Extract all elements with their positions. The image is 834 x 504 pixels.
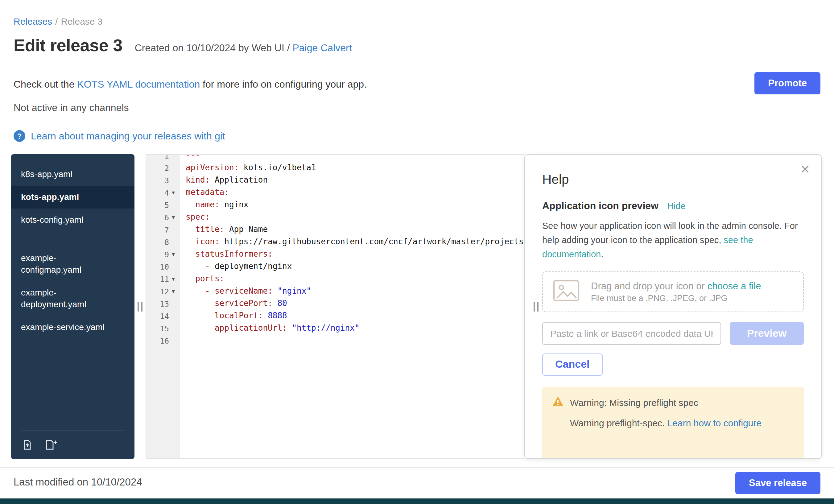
dropzone-line1-text: Drag and drop your icon or: [591, 281, 707, 291]
fold-caret-icon[interactable]: ▼: [169, 214, 179, 220]
file-tree-item-k8s-app.yaml[interactable]: k8s-app.yaml: [11, 163, 134, 186]
code-line-16[interactable]: [186, 334, 524, 347]
code-line-4[interactable]: metadata:: [186, 186, 524, 199]
doc-hint: Check out the KOTS YAML documentation fo…: [14, 79, 367, 90]
code-line-15[interactable]: applicationUrl: "http://nginx": [186, 322, 524, 334]
gutter-line-6[interactable]: 6▼: [146, 211, 179, 223]
gutter-line-16: 16: [146, 334, 179, 347]
warning-detail: Warning preflight-spec. Learn how to con…: [570, 418, 794, 428]
sidebar-resize-handle[interactable]: [137, 302, 142, 311]
gutter-line-7: 7: [146, 223, 179, 236]
gutter-line-2: 2: [146, 162, 179, 174]
dropzone-line1: Drag and drop your icon or choose a file: [591, 281, 761, 292]
gutter-line-12[interactable]: 12▼: [146, 285, 179, 297]
new-file-icon[interactable]: [44, 439, 58, 451]
gutter-line-5: 5: [146, 199, 179, 211]
icon-url-input[interactable]: [542, 322, 721, 345]
author-link[interactable]: Paige Calvert: [292, 43, 352, 53]
image-placeholder-icon: [553, 280, 580, 304]
code-line-7[interactable]: title: App Name: [186, 223, 524, 236]
gutter-line-1: 1: [146, 155, 179, 162]
gutter-line-8: 8: [146, 236, 179, 248]
code-line-8[interactable]: icon: https://raw.githubusercontent.com/…: [186, 236, 524, 248]
fold-caret-icon[interactable]: ▼: [169, 276, 179, 282]
breadcrumb-current: Release 3: [61, 16, 103, 26]
help-panel-resize-handle[interactable]: [533, 302, 539, 311]
fold-caret-icon[interactable]: ▼: [169, 288, 179, 294]
yaml-editor[interactable]: 1234▼56▼789▼1011▼12▼13141516 ---apiVersi…: [146, 154, 524, 459]
git-releases-link[interactable]: Learn about managing your releases with …: [31, 130, 225, 141]
import-file-icon[interactable]: [21, 439, 33, 451]
code-line-12[interactable]: - serviceName: "nginx": [186, 285, 524, 297]
sidebar-footer: [21, 431, 125, 459]
code-line-11[interactable]: ports:: [186, 273, 524, 285]
gutter-line-10: 10: [146, 260, 179, 273]
dropzone-text: Drag and drop your icon or choose a file…: [591, 281, 761, 303]
preview-button[interactable]: Preview: [730, 322, 804, 345]
description-period: .: [601, 249, 603, 259]
dropzone-line2: File must be a .PNG, .JPEG, or .JPG: [591, 294, 761, 303]
editor-code-area[interactable]: ---apiVersion: kots.io/v1beta1kind: Appl…: [179, 155, 524, 458]
question-icon: ?: [14, 130, 25, 142]
icon-preview-description: See how your application icon will look …: [542, 219, 804, 262]
save-release-button[interactable]: Save release: [735, 472, 820, 494]
doc-hint-post: for more info on configuring your app.: [200, 79, 367, 89]
gutter-line-11[interactable]: 11▼: [146, 273, 179, 285]
file-tree-sidebar: k8s-app.yamlkots-app.yamlkots-config.yam…: [11, 154, 134, 459]
gutter-line-4[interactable]: 4▼: [146, 186, 179, 199]
last-modified-text: Last modified on 10/10/2024: [14, 476, 142, 488]
fold-caret-icon[interactable]: ▼: [169, 190, 179, 195]
help-panel: ✕ Help Application icon preview Hide See…: [524, 154, 822, 459]
code-line-5[interactable]: name: nginx: [186, 199, 524, 211]
file-tree-item-kots-app.yaml[interactable]: kots-app.yaml: [11, 186, 134, 209]
close-icon[interactable]: ✕: [800, 163, 810, 175]
choose-file-link[interactable]: choose a file: [707, 281, 761, 291]
title-row: Edit release 3 Created on 10/10/2024 by …: [14, 36, 352, 56]
learn-how-to-configure-link[interactable]: Learn how to configure: [667, 418, 762, 428]
doc-hint-pre: Check out the: [14, 79, 77, 89]
warning-text: Warning: Missing preflight spec: [570, 397, 698, 408]
page-title: Edit release 3: [14, 36, 123, 56]
git-help-row: ? Learn about managing your releases wit…: [14, 130, 225, 142]
bottom-strip: [0, 499, 834, 504]
code-line-13[interactable]: servicePort: 80: [186, 297, 524, 310]
code-line-3[interactable]: kind: Application: [186, 174, 524, 186]
code-line-6[interactable]: spec:: [186, 211, 524, 223]
gutter-line-13: 13: [146, 297, 179, 310]
file-tree: k8s-app.yamlkots-app.yamlkots-config.yam…: [11, 163, 134, 339]
created-text: Created on 10/10/2024 by Web UI /: [135, 43, 293, 53]
promote-button[interactable]: Promote: [754, 72, 820, 94]
icon-preview-section-header: Application icon preview Hide: [542, 200, 804, 212]
code-line-9[interactable]: statusInformers:: [186, 248, 524, 260]
warning-icon: [552, 396, 564, 409]
hide-link[interactable]: Hide: [667, 201, 686, 211]
gutter-line-14: 14: [146, 310, 179, 322]
gutter-line-9[interactable]: 9▼: [146, 248, 179, 260]
sidebar-editor-gap: [134, 154, 146, 459]
gutter-line-15: 15: [146, 322, 179, 334]
file-tree-item-kots-config.yaml[interactable]: kots-config.yaml: [11, 209, 134, 231]
code-line-14[interactable]: localPort: 8888: [186, 310, 524, 322]
file-tree-item-example-configmap.yaml[interactable]: example-configmap.yaml: [11, 247, 134, 281]
code-line-2[interactable]: apiVersion: kots.io/v1beta1: [186, 162, 524, 174]
cancel-button[interactable]: Cancel: [542, 353, 603, 376]
icon-preview-title: Application icon preview: [542, 200, 659, 212]
breadcrumb-separator: /: [55, 16, 58, 26]
fold-caret-icon[interactable]: ▼: [169, 251, 179, 257]
code-line-10[interactable]: - deployment/nginx: [186, 260, 524, 273]
release-editor-area: k8s-app.yamlkots-app.yamlkots-config.yam…: [11, 154, 822, 459]
preflight-warning-box: Warning: Missing preflight spec Warning …: [542, 387, 804, 459]
kots-yaml-doc-link[interactable]: KOTS YAML documentation: [77, 79, 200, 89]
channel-status: Not active in any channels: [14, 103, 129, 113]
breadcrumb-releases-link[interactable]: Releases: [14, 16, 52, 26]
created-meta: Created on 10/10/2024 by Web UI / Paige …: [135, 43, 352, 54]
code-line-1[interactable]: ---: [186, 155, 524, 162]
file-tree-item-example-service.yaml[interactable]: example-service.yaml: [11, 316, 134, 339]
footer-divider: [0, 467, 834, 467]
file-tree-divider: [21, 239, 125, 239]
file-tree-item-example-deployment.yaml[interactable]: example-deployment.yaml: [11, 281, 134, 316]
icon-dropzone[interactable]: Drag and drop your icon or choose a file…: [542, 271, 804, 312]
icon-url-row: Preview: [542, 322, 804, 345]
help-panel-title: Help: [542, 172, 804, 187]
edit-release-page: Releases/Release 3 Edit release 3 Create…: [0, 0, 834, 504]
